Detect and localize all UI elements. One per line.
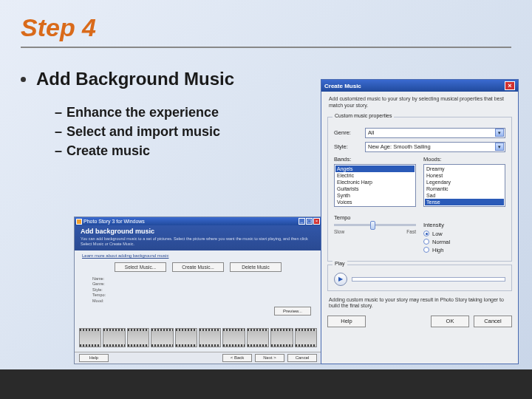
thumbnail[interactable] — [199, 328, 221, 347]
info-genre: Genre: — [92, 282, 314, 287]
thumbnail[interactable] — [175, 328, 197, 347]
genre-value: All — [368, 129, 374, 136]
bullet-main-text: Add Background Music — [36, 69, 234, 89]
radio-icon — [423, 247, 429, 253]
group-label: Custom music properties — [332, 113, 394, 118]
list-item[interactable]: Angels — [335, 166, 415, 172]
intensity-high-text: High — [432, 247, 443, 253]
style-label: Style: — [334, 143, 365, 150]
select-music-button[interactable]: Select Music... — [115, 262, 166, 272]
tempo-slow-label: Slow — [334, 229, 344, 234]
bands-label: Bands: — [334, 156, 416, 163]
intensity-low-text: Low — [432, 231, 443, 237]
wizard-banner: Add background music You can add backgro… — [75, 225, 321, 250]
chevron-down-icon: ▾ — [495, 129, 504, 137]
tempo-slider[interactable] — [334, 224, 416, 226]
wizard-nav: Help < Back Next > Cancel — [75, 352, 321, 364]
filmstrip[interactable] — [79, 328, 317, 347]
list-item[interactable]: Legendary — [425, 179, 504, 185]
list-item[interactable]: Tense — [425, 199, 504, 205]
tempo-label: Tempo — [334, 214, 416, 221]
intensity-normal-text: Normal — [432, 239, 450, 245]
info-tempo: Tempo: — [92, 293, 314, 298]
list-item[interactable]: Electric — [335, 172, 415, 179]
moods-label: Moods: — [423, 156, 505, 163]
wizard-window: Photo Story 3 for Windows _ ▢ × Add back… — [74, 216, 322, 364]
thumbnail[interactable] — [79, 328, 101, 347]
list-item[interactable]: Sad — [425, 192, 504, 199]
thumbnail[interactable] — [151, 328, 173, 347]
info-name: Name: — [92, 276, 314, 282]
thumbnail[interactable] — [222, 328, 245, 347]
dialog-buttons: Help OK Cancel — [321, 313, 518, 332]
maximize-icon[interactable]: ▢ — [306, 218, 313, 225]
wizard-desc: You can add background music to a set of… — [81, 236, 316, 246]
ok-button[interactable]: OK — [431, 316, 469, 327]
help-button[interactable]: Help — [79, 354, 109, 362]
close-icon[interactable]: × — [505, 81, 515, 90]
bullet-dot-icon — [21, 77, 26, 82]
sub-bullet-1-text: Enhance the experience — [66, 105, 219, 120]
play-progress[interactable] — [352, 277, 505, 282]
next-button[interactable]: Next > — [255, 354, 284, 362]
play-button[interactable]: ▶ — [334, 273, 347, 286]
list-item[interactable]: Electronic Harp — [335, 179, 415, 185]
cancel-button[interactable]: Cancel — [287, 354, 317, 362]
music-properties-group: Custom music properties Genre: All ▾ Sty… — [327, 117, 512, 262]
genre-select[interactable]: All ▾ — [365, 128, 505, 138]
wizard-title: Photo Story 3 for Windows — [83, 219, 145, 224]
intensity-label: Intensity — [423, 222, 505, 228]
info-mood: Mood: — [92, 299, 314, 304]
chevron-down-icon: ▾ — [495, 143, 504, 151]
list-item[interactable]: Guitarists — [335, 185, 415, 192]
radio-icon — [423, 239, 429, 245]
bands-listbox[interactable]: Angels Electric Electronic Harp Guitaris… — [334, 164, 416, 207]
create-music-dialog: Create Music × Add customized music to y… — [321, 79, 519, 364]
tempo-fast-label: Fast — [406, 229, 416, 234]
minimize-icon[interactable]: _ — [299, 218, 305, 225]
radio-icon — [423, 231, 429, 236]
intensity-normal-radio[interactable]: Normal — [423, 239, 505, 245]
style-select[interactable]: New Age: Smooth Sailing ▾ — [365, 142, 505, 152]
sub-bullet-2-text: Select and import music — [66, 124, 220, 139]
genre-label: Genre: — [334, 129, 365, 136]
learn-more-link[interactable]: Learn more about adding background music — [82, 253, 314, 258]
help-button[interactable]: Help — [327, 316, 366, 327]
slide-title: Step 4 — [0, 0, 532, 42]
music-info: Name: Genre: Style: Tempo: Mood: — [92, 276, 314, 304]
intensity-high-radio[interactable]: High — [423, 247, 505, 253]
thumbnail[interactable] — [127, 328, 149, 347]
thumbnail[interactable] — [247, 328, 269, 347]
list-item[interactable]: Voices — [335, 199, 415, 205]
intensity-low-radio[interactable]: Low — [423, 231, 505, 237]
slide-footer — [0, 369, 532, 399]
list-item[interactable]: Romantic — [425, 185, 504, 192]
close-icon[interactable]: × — [313, 218, 320, 225]
wizard-titlebar: Photo Story 3 for Windows _ ▢ × — [75, 217, 321, 225]
dialog-desc: Add customized music to your story by se… — [321, 92, 518, 114]
list-item[interactable]: Dreamy — [425, 166, 504, 172]
list-item[interactable]: Synth — [335, 192, 415, 199]
wizard-heading: Add background music — [81, 228, 316, 235]
dialog-title: Create Music — [324, 83, 361, 89]
dialog-note: Adding custom music to your story may re… — [321, 294, 518, 313]
info-style: Style: — [92, 287, 314, 293]
slider-thumb[interactable] — [370, 221, 375, 230]
sub-bullet-3-text: Create music — [66, 143, 150, 158]
list-item[interactable]: Honest — [425, 172, 504, 179]
dialog-titlebar: Create Music × — [321, 80, 518, 92]
moods-listbox[interactable]: Dreamy Honest Legendary Romantic Sad Ten… — [423, 164, 505, 207]
style-value: New Age: Smooth Sailing — [368, 143, 431, 150]
cancel-button[interactable]: Cancel — [474, 316, 512, 327]
back-button[interactable]: < Back — [222, 354, 252, 362]
thumbnail[interactable] — [295, 328, 317, 347]
play-label: Play — [332, 261, 347, 266]
thumbnail[interactable] — [103, 328, 125, 347]
preview-button[interactable]: Preview... — [274, 307, 311, 316]
thumbnail[interactable] — [270, 328, 293, 347]
delete-music-button[interactable]: Delete Music — [230, 262, 282, 272]
app-icon — [76, 219, 82, 225]
create-music-button[interactable]: Create Music... — [172, 262, 224, 272]
play-group: Play ▶ — [327, 265, 512, 291]
